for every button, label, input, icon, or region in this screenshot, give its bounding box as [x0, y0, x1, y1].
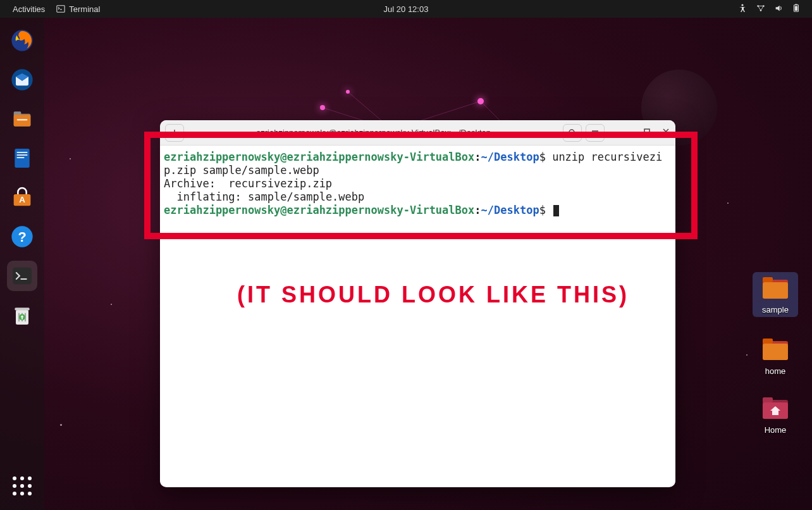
- desktop-icon-label: Home: [765, 425, 787, 435]
- bg-star: [746, 354, 747, 356]
- top-bar: Activities Terminal Jul 20 12:03: [0, 0, 812, 18]
- svg-rect-31: [13, 268, 32, 285]
- desktop-icons: sample home Home: [753, 272, 798, 435]
- active-app-indicator[interactable]: Terminal: [56, 4, 100, 14]
- svg-text:A: A: [19, 195, 25, 204]
- svg-point-4: [320, 105, 325, 110]
- svg-rect-45: [763, 277, 773, 282]
- menu-button[interactable]: [586, 124, 605, 142]
- svg-point-7: [477, 98, 484, 104]
- svg-point-42: [20, 492, 24, 495]
- svg-point-10: [741, 4, 743, 6]
- dock-help[interactable]: ?: [7, 221, 37, 252]
- maximize-button[interactable]: [643, 127, 651, 138]
- svg-point-39: [20, 484, 24, 488]
- svg-point-53: [569, 130, 574, 135]
- clock[interactable]: Jul 20 12:03: [384, 4, 429, 14]
- minimize-button[interactable]: [624, 127, 632, 138]
- svg-point-43: [28, 492, 32, 495]
- svg-rect-15: [795, 4, 797, 4]
- close-button[interactable]: [661, 127, 670, 138]
- svg-point-5: [346, 90, 350, 94]
- svg-rect-26: [17, 157, 25, 158]
- network-icon[interactable]: [756, 4, 765, 15]
- svg-point-35: [13, 476, 16, 480]
- desktop-folder-sample[interactable]: sample: [753, 272, 798, 317]
- battery-icon[interactable]: [792, 4, 801, 15]
- accessibility-icon[interactable]: [737, 3, 747, 15]
- show-applications-button[interactable]: [7, 471, 37, 501]
- search-button[interactable]: [563, 124, 582, 142]
- svg-point-37: [28, 476, 32, 480]
- desktop-home[interactable]: Home: [753, 395, 798, 435]
- dock-terminal[interactable]: [7, 261, 37, 291]
- terminal-icon: [56, 4, 65, 13]
- dock-writer[interactable]: [7, 143, 37, 173]
- svg-rect-9: [57, 6, 65, 13]
- svg-rect-25: [17, 154, 28, 156]
- window-title: ezriahzippernowsky@ezriahzippernowsky-Vi…: [188, 128, 559, 137]
- svg-rect-49: [763, 344, 788, 360]
- desktop-icon-label: home: [765, 366, 786, 376]
- active-app-label: Terminal: [69, 4, 100, 14]
- svg-point-41: [13, 492, 16, 495]
- svg-point-40: [28, 484, 32, 488]
- terminal-body[interactable]: ezriahzippernowsky@ezriahzippernowsky-Vi…: [160, 146, 675, 222]
- terminal-window: ezriahzippernowsky@ezriahzippernowsky-Vi…: [160, 120, 675, 487]
- svg-rect-16: [795, 6, 797, 10]
- svg-rect-24: [17, 152, 28, 153]
- home-folder-icon: [760, 395, 790, 423]
- svg-rect-48: [763, 339, 773, 344]
- desktop-folder-home[interactable]: home: [753, 336, 798, 376]
- window-titlebar[interactable]: ezriahzippernowsky@ezriahzippernowsky-Vi…: [160, 120, 675, 146]
- dock-files[interactable]: [7, 104, 37, 134]
- bg-star: [70, 158, 71, 159]
- dock-firefox[interactable]: [7, 25, 37, 56]
- desktop-icon-label: sample: [762, 305, 789, 314]
- dock-thunderbird[interactable]: [7, 65, 37, 95]
- svg-rect-46: [763, 282, 788, 299]
- bg-star: [111, 304, 112, 305]
- svg-text:?: ?: [18, 229, 26, 245]
- svg-rect-54: [644, 129, 649, 134]
- activities-button[interactable]: Activities: [13, 4, 45, 14]
- dock-software[interactable]: A: [7, 182, 37, 213]
- dock-trash[interactable]: [7, 300, 37, 330]
- svg-rect-51: [763, 397, 773, 402]
- svg-rect-22: [17, 119, 28, 121]
- bg-star: [60, 424, 62, 426]
- new-tab-button[interactable]: [165, 124, 184, 142]
- svg-point-38: [13, 484, 16, 488]
- bg-star: [727, 202, 729, 204]
- folder-icon: [760, 275, 790, 302]
- svg-rect-33: [15, 308, 29, 310]
- svg-point-36: [20, 476, 24, 480]
- folder-icon: [760, 336, 790, 364]
- volume-icon[interactable]: [774, 4, 783, 15]
- dock: A ?: [0, 18, 44, 510]
